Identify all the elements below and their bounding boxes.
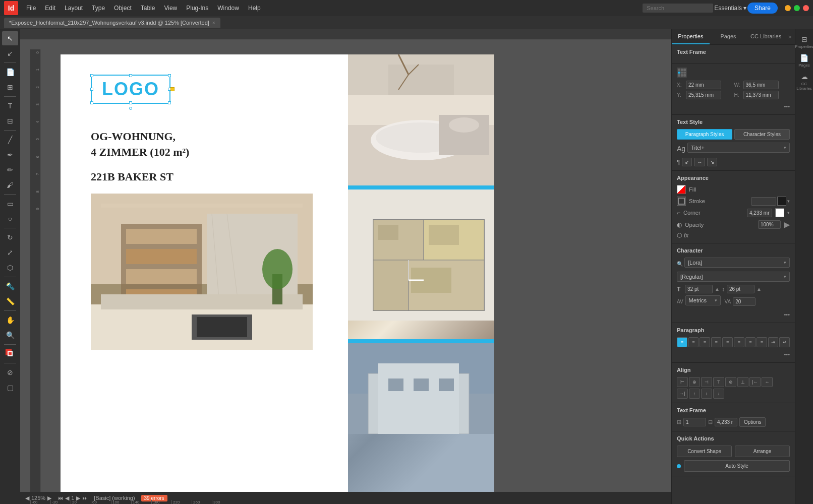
w-input[interactable] (743, 81, 779, 89)
handle-mid-left[interactable] (90, 88, 93, 91)
x-input[interactable] (686, 81, 721, 89)
tab-cc-libraries[interactable]: CC Libraries (747, 29, 785, 44)
columns-input[interactable] (683, 418, 706, 426)
align-bottom-btn[interactable]: ⊥ (737, 377, 748, 387)
opacity-arrow[interactable]: ▶ (784, 220, 790, 229)
corner-swatch[interactable] (775, 208, 784, 217)
align-left-btn[interactable]: ⊢ (677, 377, 688, 387)
opacity-input[interactable] (758, 220, 781, 229)
tf-options-button[interactable]: Options (739, 417, 766, 427)
para-indent-right[interactable]: ↵ (779, 337, 790, 347)
menu-edit[interactable]: Edit (41, 3, 60, 14)
text-flow-button[interactable]: ↔ (694, 158, 705, 166)
tool-gap[interactable]: ⊞ (2, 80, 18, 94)
transform-align-icon[interactable] (677, 68, 687, 78)
menu-type[interactable]: Type (88, 3, 109, 14)
handle-bot-left[interactable] (90, 101, 93, 104)
menu-help[interactable]: Help (244, 3, 265, 14)
font-size-input[interactable] (685, 285, 713, 293)
leading-input[interactable] (727, 285, 754, 293)
tool-eyedropper[interactable]: 🔦 (2, 279, 18, 293)
tool-direct-select[interactable]: ↙ (2, 46, 18, 60)
h-input[interactable] (743, 91, 779, 99)
canvas-content[interactable]: 0 1 2 3 4 5 6 7 8 9 (30, 39, 671, 492)
cc-libraries-panel-item[interactable]: ☁ CC Libraries (797, 71, 811, 93)
close-button[interactable] (803, 5, 809, 11)
text-flow-in-button[interactable]: ↙ (682, 158, 692, 166)
handle-rotation[interactable] (129, 107, 132, 110)
tool-measure[interactable]: 📏 (2, 294, 18, 308)
text-flow-out-button[interactable]: ↘ (707, 158, 717, 166)
menu-table[interactable]: Table (137, 3, 159, 14)
corner-chevron[interactable]: ▾ (787, 210, 790, 215)
corner-input[interactable] (747, 209, 772, 217)
menu-object[interactable]: Object (110, 3, 136, 14)
properties-panel-item[interactable]: ⊟ Properties (797, 33, 811, 51)
distrib-bottom-btn[interactable]: ↓ (713, 389, 724, 399)
leading-up-icon[interactable]: ▲ (757, 286, 762, 292)
share-button[interactable]: Share (747, 3, 778, 14)
handle-right-yellow[interactable] (170, 87, 175, 91)
tool-fill-stroke[interactable] (2, 347, 18, 361)
handle-top-right[interactable] (168, 74, 171, 77)
menu-view[interactable]: View (160, 3, 181, 14)
tool-zoom[interactable]: 🔍 (2, 328, 18, 342)
convert-shape-button[interactable]: Convert Shape (677, 446, 732, 457)
handle-bot-right[interactable] (168, 101, 171, 104)
distrib-right-btn[interactable]: →| (677, 389, 688, 399)
character-styles-button[interactable]: Character Styles (734, 129, 790, 140)
menu-layout[interactable]: Layout (61, 3, 87, 14)
tool-table[interactable]: ⊟ (2, 114, 18, 128)
transform-more-icon[interactable]: ••• (784, 103, 790, 109)
tool-text[interactable]: T (2, 99, 18, 113)
character-more-icon[interactable]: ••• (784, 311, 790, 318)
font-family-dropdown[interactable]: [Lora] ▾ (684, 258, 790, 268)
align-center-h-btn[interactable]: ⊕ (689, 377, 700, 387)
stroke-weight-input[interactable] (751, 197, 776, 206)
maximize-button[interactable] (794, 5, 800, 11)
minimize-button[interactable] (785, 5, 791, 11)
search-input[interactable] (643, 4, 713, 13)
tracking-input[interactable] (733, 297, 756, 306)
essentials-button[interactable]: Essentials ▾ (714, 5, 746, 12)
fill-color-swatch[interactable] (677, 185, 686, 194)
tool-select[interactable]: ↖ (2, 31, 18, 45)
tool-hand[interactable]: ✋ (2, 313, 18, 327)
kerning-dropdown[interactable]: Metrics ▾ (685, 295, 721, 305)
y-input[interactable] (686, 91, 721, 99)
tab-properties[interactable]: Properties (672, 29, 710, 44)
size-up-icon[interactable]: ▲ (715, 286, 720, 292)
para-align-left[interactable]: ≡ (677, 337, 687, 347)
distrib-mid-btn[interactable]: ↕ (701, 389, 712, 399)
pages-panel-item[interactable]: 📄 Pages (797, 52, 811, 70)
arrange-button[interactable]: Arrange (735, 446, 790, 457)
para-align-center[interactable]: ≡ (688, 337, 699, 347)
tool-shear[interactable]: ⬡ (2, 261, 18, 275)
logo-frame[interactable]: LOGO (91, 75, 170, 104)
handle-top-mid[interactable] (129, 74, 132, 77)
panel-collapse-button[interactable]: » (785, 29, 795, 44)
handle-bot-mid[interactable] (129, 101, 132, 104)
paragraph-more-icon[interactable]: ••• (784, 351, 790, 357)
tool-rectangle[interactable]: ▭ (2, 197, 18, 211)
para-align-right[interactable]: ≡ (700, 337, 710, 347)
tab-close-icon[interactable]: × (212, 20, 215, 26)
para-justify-center[interactable]: ≡ (745, 337, 756, 347)
tool-brush[interactable]: 🖌 (2, 178, 18, 192)
document-tab[interactable]: *Exposee_Hochformat_210x297_Wohnungsverk… (4, 18, 220, 28)
style-dropdown[interactable]: Titel+ ▾ (687, 143, 790, 153)
zoom-out-button[interactable]: ◀ (25, 495, 29, 501)
tool-apply-none[interactable]: ⊘ (2, 365, 18, 380)
align-top-btn[interactable]: ⊤ (713, 377, 724, 387)
tool-line[interactable]: ╱ (2, 133, 18, 147)
align-center-v-btn[interactable]: ⊗ (725, 377, 736, 387)
menu-plugins[interactable]: Plug-Ins (182, 3, 212, 14)
distrib-left-btn[interactable]: |← (749, 377, 761, 387)
tab-pages[interactable]: Pages (710, 29, 747, 44)
paragraph-styles-button[interactable]: Paragraph Styles (677, 129, 732, 140)
fx-button[interactable]: fx (684, 232, 688, 239)
auto-style-button[interactable]: Auto Style (684, 460, 790, 472)
tool-rotate[interactable]: ↻ (2, 230, 18, 244)
menu-window[interactable]: Window (213, 3, 243, 14)
para-align-justify[interactable]: ≡ (711, 337, 722, 347)
